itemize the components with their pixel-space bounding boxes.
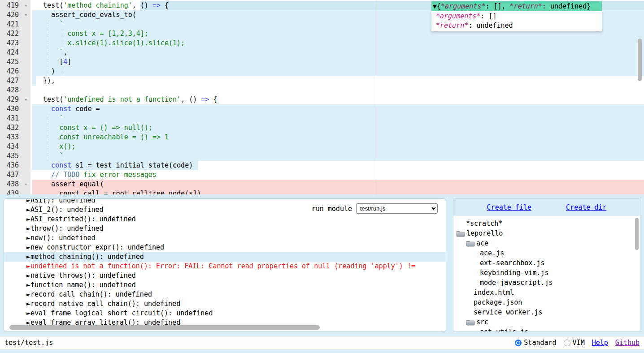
tree-item-label: leporello xyxy=(466,228,503,238)
fold-marker-icon[interactable]: ▾ xyxy=(24,1,27,10)
tree-folder-item[interactable]: leporello xyxy=(453,228,640,238)
folder-icon xyxy=(456,230,465,237)
tree-folder-item[interactable]: src xyxy=(453,317,640,327)
tooltip-value: : [] xyxy=(480,12,496,20)
gutter-line: 429▾ xyxy=(0,95,30,104)
code-token: => xyxy=(152,1,161,9)
code-line[interactable]: }), xyxy=(0,76,644,86)
line-number: 429 xyxy=(7,95,19,104)
code-line[interactable]: const unreachable = () => 1 xyxy=(0,133,644,142)
tree-item-label: mode-javascript.js xyxy=(480,278,553,288)
code-line[interactable]: [4] xyxy=(0,57,644,67)
gutter-line: 435 xyxy=(0,151,30,161)
code-line[interactable]: `, xyxy=(0,48,644,57)
code-line[interactable]: const call = root_calltree_node(s1) xyxy=(0,189,644,194)
line-number: 432 xyxy=(7,123,19,133)
test-result-entry[interactable]: ►eval_frame logical short circuit(): und… xyxy=(4,309,446,318)
code-token: 'method chaining' xyxy=(63,1,132,9)
editor-scrollbar-thumb[interactable] xyxy=(638,39,642,81)
radio-vim-icon[interactable] xyxy=(564,340,570,346)
tree-item-label: package.json xyxy=(474,297,522,307)
code-token: x(); xyxy=(35,142,75,151)
tooltip-row[interactable]: *arguments*: [] xyxy=(436,12,602,21)
code-token: ` xyxy=(35,152,63,160)
github-link[interactable]: Github xyxy=(615,339,640,347)
run-module-select[interactable]: test/run.js xyxy=(356,203,438,214)
help-link[interactable]: Help xyxy=(592,339,608,347)
code-token: , () xyxy=(132,1,152,9)
tooltip-row[interactable]: *return*: undefined xyxy=(436,21,602,30)
folder-icon xyxy=(466,240,475,247)
test-result-entry[interactable]: ►native throws(): undefined xyxy=(4,271,446,280)
test-result-entry[interactable]: ►undefined is not a function(): Error: F… xyxy=(4,262,446,271)
test-result-entry[interactable]: ►record native call chain(): undefined xyxy=(4,299,446,309)
gutter-line: 432 xyxy=(0,123,30,133)
tree-file-item[interactable]: ast_utils.js xyxy=(453,327,640,332)
code-line[interactable]: // TODO fix error messages xyxy=(0,170,644,180)
test-result-entry[interactable]: ►ASI_restrited(): undefined xyxy=(4,215,446,224)
code-editor[interactable]: test('method chaining', () => { assert_c… xyxy=(0,0,644,194)
line-number: 426 xyxy=(7,67,19,76)
test-result-entry[interactable]: ►throw(): undefined xyxy=(4,224,446,233)
code-line[interactable]: ` xyxy=(0,151,644,161)
file-tree-scrollbar[interactable] xyxy=(635,218,639,330)
tooltip-header-token: *return* xyxy=(510,2,542,10)
line-number: 434 xyxy=(7,142,19,151)
line-number: 427 xyxy=(7,76,19,86)
tree-item-label: ast_utils.js xyxy=(480,327,528,332)
create-dir-link[interactable]: Create dir xyxy=(566,199,606,216)
status-bar: test/test.js Standard VIM Help Github xyxy=(0,336,644,349)
tooltip-header[interactable]: ▼{*arguments*: [], *return*: undefined} xyxy=(431,1,602,11)
line-number: 431 xyxy=(7,114,19,123)
tree-file-item[interactable]: package.json xyxy=(453,297,640,307)
test-result-entry[interactable]: ►record call chain(): undefined xyxy=(4,290,446,299)
console-scrollbar-thumb[interactable] xyxy=(9,325,320,330)
gutter-line: 437 xyxy=(0,170,30,180)
mode-vim-option[interactable]: VIM xyxy=(564,339,585,347)
tree-file-item[interactable]: ace.js xyxy=(453,248,640,258)
create-file-link[interactable]: Create file xyxy=(487,199,531,216)
gutter-line: 419▾ xyxy=(0,1,30,10)
line-numbers: 419▾420▾421422423424425426427428429▾4304… xyxy=(0,1,30,194)
gutter-line: 434 xyxy=(0,142,30,151)
code-line[interactable]: test('undefined is not a function', () =… xyxy=(0,95,644,104)
code-line[interactable] xyxy=(0,86,644,95)
tooltip-value: : undefined xyxy=(468,22,513,30)
fold-marker-icon[interactable]: ▾ xyxy=(24,10,27,20)
code-line[interactable]: x.slice(1).slice(1).slice(1); xyxy=(0,39,644,48)
tree-folder-item[interactable]: ace xyxy=(453,238,640,248)
tree-file-item[interactable]: *scratch* xyxy=(453,219,640,228)
gutter-line: 420▾ xyxy=(0,10,30,20)
test-result-entry[interactable]: ►method chaining(): undefined xyxy=(4,252,446,262)
tree-file-item[interactable]: keybinding-vim.js xyxy=(453,268,640,278)
fold-marker-icon[interactable]: ▾ xyxy=(24,95,27,104)
editor-scrollbar[interactable] xyxy=(638,0,642,194)
tree-file-item[interactable]: ext-searchbox.js xyxy=(453,258,640,268)
code-line[interactable]: ) xyxy=(0,67,644,76)
fold-marker-icon[interactable]: ▾ xyxy=(24,180,27,189)
code-line[interactable]: const code = xyxy=(0,104,644,114)
code-token: }), xyxy=(35,77,55,85)
gutter-line: 427 xyxy=(0,76,30,86)
code-token: // TODO xyxy=(35,171,79,179)
gutter-line: 425 xyxy=(0,57,30,67)
line-number: 420 xyxy=(7,10,19,20)
code-token: 4 xyxy=(63,58,67,66)
console-horizontal-scrollbar[interactable] xyxy=(9,325,441,330)
radio-standard-icon[interactable] xyxy=(515,340,522,346)
code-line[interactable]: assert_equal( xyxy=(0,180,644,189)
tooltip-body: *arguments*: []*return*: undefined xyxy=(431,11,602,31)
code-line[interactable]: x(); xyxy=(0,142,644,151)
tree-file-item[interactable]: service_worker.js xyxy=(453,307,640,317)
code-line[interactable]: const s1 = test_initial_state(code) xyxy=(0,161,644,170)
code-line[interactable]: const x = () => null(); xyxy=(0,123,644,133)
test-result-entry[interactable]: ►new(): undefined xyxy=(4,233,446,243)
test-result-entry[interactable]: ►new constructor expr(): undefined xyxy=(4,243,446,252)
code-line[interactable]: ` xyxy=(0,114,644,123)
mode-standard-option[interactable]: Standard xyxy=(515,339,556,347)
tree-file-item[interactable]: mode-javascript.js xyxy=(453,278,640,288)
code-token: fix error messages xyxy=(79,171,157,179)
test-result-entry[interactable]: ►function name(): undefined xyxy=(4,280,446,290)
file-tree-scrollbar-thumb[interactable] xyxy=(635,218,639,250)
tree-file-item[interactable]: index.html xyxy=(453,288,640,297)
